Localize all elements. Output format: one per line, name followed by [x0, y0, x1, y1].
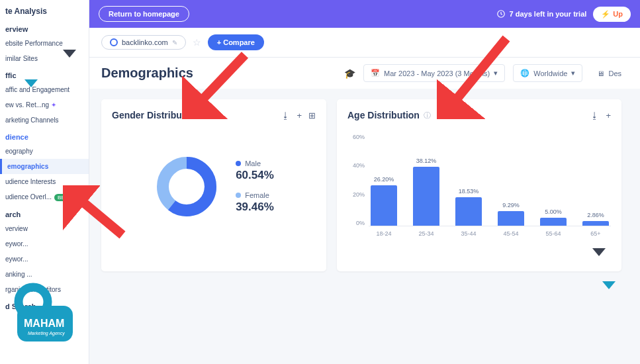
bar-value: 9.29%: [502, 202, 520, 208]
bar-value: 2.86%: [587, 212, 604, 218]
sidebar-item[interactable]: udience Overl...BETA✦: [0, 189, 89, 205]
lightning-icon: ⚡: [601, 10, 610, 19]
compare-button[interactable]: + Compare: [208, 34, 264, 50]
bar-value: 18.53%: [459, 188, 479, 195]
age-x-tick: 45-54: [496, 230, 526, 237]
pencil-icon: ✎: [172, 39, 177, 46]
topbar: Return to homepage 7 days left in your t…: [89, 0, 640, 28]
site-domain: backlinko.com: [122, 38, 168, 46]
age-x-tick: 65+: [580, 230, 611, 237]
gender-card-title: Gender Distribution: [112, 110, 199, 120]
maham-logo: MAHAM Marketing Agency: [5, 278, 78, 344]
age-x-tick: 25-34: [411, 230, 441, 237]
male-value: 60.54%: [236, 169, 274, 182]
age-card-title: Age Distribution: [347, 110, 420, 120]
sidebar-item[interactable]: eography: [0, 144, 89, 159]
info-icon[interactable]: ⓘ: [424, 111, 431, 120]
age-x-axis: 18-2425-3435-4445-5455-6465+: [369, 230, 611, 237]
trial-status: 7 days left in your trial: [496, 9, 587, 19]
filter-bar: Demographics 🎓 📅 Mar 2023 - May 2023 (3 …: [89, 58, 640, 89]
sidebar-item[interactable]: arketing Channels: [0, 113, 89, 128]
age-x-tick: 18-24: [369, 230, 399, 237]
geo-select[interactable]: 🌐 Worldwide ▾: [513, 64, 582, 82]
age-bar: [498, 211, 524, 226]
sidebar-item[interactable]: eywor...: [0, 251, 89, 267]
gender-donut: [154, 154, 220, 220]
age-bar: [540, 218, 567, 226]
plus-icon: +: [217, 38, 223, 46]
caret-icon: [592, 248, 606, 256]
sidebar-group-head: erview: [0, 20, 89, 36]
info-icon[interactable]: ⓘ: [203, 111, 210, 120]
sidebar-item[interactable]: ebsite Performance: [0, 36, 89, 51]
clock-icon: [496, 9, 506, 19]
trial-text: 7 days left in your trial: [510, 10, 587, 18]
gender-distribution-card: Gender Distribution ⓘ ⭳ + ⊞: [101, 99, 326, 271]
site-dot-icon: [110, 38, 118, 46]
sidebar-group-head: ffic: [0, 66, 89, 82]
chevron-down-icon: ▾: [571, 69, 575, 77]
star-icon[interactable]: ☆: [193, 37, 201, 48]
graduation-icon[interactable]: 🎓: [344, 68, 355, 79]
download-icon[interactable]: ⭳: [590, 111, 599, 120]
bar-value: 38.12%: [416, 158, 437, 164]
gender-legend: Male 60.54% Female 39.46%: [236, 159, 274, 214]
upgrade-button[interactable]: ⚡ Up: [593, 7, 631, 22]
device-select[interactable]: 🖥 Des: [590, 66, 628, 81]
age-distribution-card: Age Distribution ⓘ ⭳ + 60% 40% 20% 0% 26…: [337, 99, 621, 271]
upgrade-label: Up: [613, 10, 623, 18]
sidebar-item[interactable]: eywor...: [0, 236, 89, 251]
age-bar: [413, 167, 439, 226]
site-pill[interactable]: backlinko.com ✎: [101, 35, 186, 50]
date-range-select[interactable]: 📅 Mar 2023 - May 2023 (3 Months) ▾: [363, 64, 505, 82]
sidebar-section-title: te Analysis: [0, 3, 89, 20]
download-icon[interactable]: ⭳: [281, 111, 290, 120]
page-title: Demographics: [101, 66, 193, 81]
age-x-tick: 55-64: [538, 230, 569, 237]
sidebar-item[interactable]: verview: [0, 221, 89, 236]
age-bar: [455, 197, 482, 226]
sidebar-item[interactable]: emographics: [0, 159, 89, 174]
age-y-axis: 60% 40% 20% 0%: [347, 134, 365, 226]
female-value: 39.46%: [236, 201, 274, 214]
age-bar: [371, 185, 397, 226]
sidebar-item[interactable]: affic and Engagement: [0, 82, 89, 97]
age-x-tick: 35-44: [453, 230, 484, 237]
expand-icon[interactable]: ⊞: [308, 111, 316, 120]
sidebar-group-head: dience: [0, 128, 89, 144]
caret-icon: [602, 281, 616, 289]
calendar-icon: 📅: [371, 69, 380, 77]
add-icon[interactable]: +: [297, 111, 302, 120]
cards-row: Gender Distribution ⓘ ⭳ + ⊞: [89, 89, 640, 282]
caret-icon: [63, 50, 76, 58]
add-icon[interactable]: +: [606, 111, 611, 120]
bar-value: 26.20%: [374, 176, 394, 183]
sidebar-group-head: arch: [0, 205, 89, 221]
sidebar-item[interactable]: udience Interests: [0, 174, 89, 189]
return-homepage-button[interactable]: Return to homepage: [99, 6, 189, 22]
svg-point-8: [44, 309, 53, 318]
main: Return to homepage 7 days left in your t…: [89, 0, 640, 364]
sidebar-item[interactable]: ew vs. Ret...ng✦: [0, 97, 89, 113]
svg-text:Marketing Agency: Marketing Agency: [28, 331, 65, 336]
caret-icon: [24, 79, 38, 87]
chevron-down-icon: ▾: [494, 69, 498, 77]
desktop-icon: 🖥: [597, 69, 604, 77]
age-bar: [582, 221, 609, 226]
globe-icon: 🌐: [520, 69, 529, 77]
age-bars: 26.20%38.12%18.53%9.29%5.00%2.86%: [369, 134, 611, 226]
svg-text:MAHAM: MAHAM: [24, 318, 64, 329]
site-bar: backlinko.com ✎ ☆ + Compare: [89, 28, 640, 58]
bar-value: 5.00%: [545, 208, 562, 215]
